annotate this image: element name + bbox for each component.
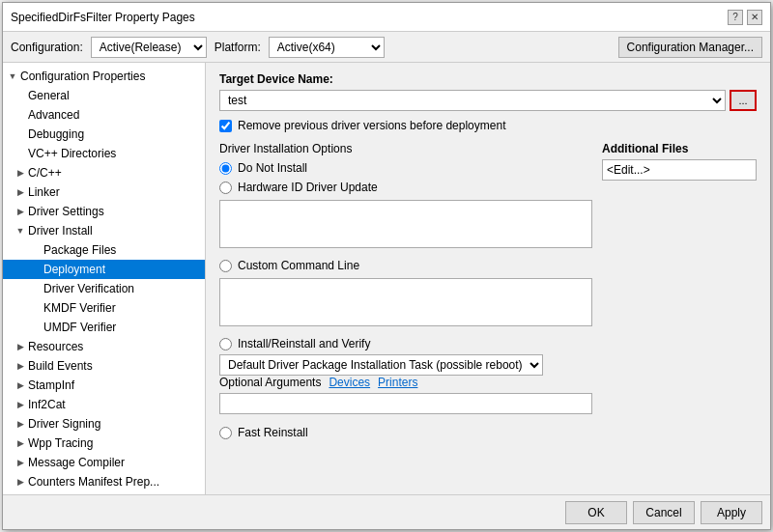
tree-item-stampinf[interactable]: StampInf [3,376,205,395]
tree-item-build-events[interactable]: Build Events [3,356,205,376]
optional-args-row: Optional Arguments Devices Printers [219,376,592,389]
radio-fast-reinstall[interactable] [219,427,232,439]
tree-item-inf2cat[interactable]: Inf2Cat [3,395,205,414]
tree-panel: Configuration Properties General Advance… [3,63,206,494]
do-not-install-label: Do Not Install [238,161,307,175]
custom-cmd-label: Custom Command Line [238,259,359,272]
help-button[interactable]: ? [728,10,743,25]
tree-item-umdf-verifier[interactable]: UMDF Verifier [3,318,205,337]
cancel-button[interactable]: Cancel [633,501,695,524]
remove-drivers-checkbox[interactable] [219,120,232,132]
target-device-select[interactable]: test [219,90,726,111]
tree-item-resources[interactable]: Resources [3,337,205,356]
apply-button[interactable]: Apply [701,501,762,524]
driver-install-options-label: Driver Installation Options [219,142,592,155]
main-area: Configuration Properties General Advance… [3,63,770,494]
config-select[interactable]: Active(Release) [91,37,207,58]
bottom-bar: OK Cancel Apply [3,494,770,529]
platform-select[interactable]: Active(x64) [269,37,385,58]
tree-item-linker[interactable]: Linker [3,182,205,202]
title-bar: SpecifiedDirFsFilter Property Pages ? ✕ [3,3,770,32]
fast-reinstall-row: Fast Reinstall [219,426,592,439]
left-col: Driver Installation Options Do Not Insta… [219,142,592,439]
custom-cmd-textbox[interactable] [219,278,592,326]
expand-build-events-icon [13,361,28,371]
additional-files-label: Additional Files [602,142,757,155]
tree-item-driver-install[interactable]: Driver Install [3,221,205,240]
printers-link[interactable]: Printers [378,376,417,389]
option-install-reinstall: Install/Reinstall and Verify [219,337,592,350]
option-custom-cmd: Custom Command Line [219,259,592,272]
expand-linker-icon [13,187,28,197]
tree-item-advanced[interactable]: Advanced [3,105,205,125]
dialog-title: SpecifiedDirFsFilter Property Pages [11,11,195,24]
tree-item-driver-verification[interactable]: Driver Verification [3,279,205,298]
tree-item-driver-signing[interactable]: Driver Signing [3,414,205,434]
optional-args-input[interactable] [219,393,592,414]
platform-label: Platform: [215,41,261,54]
tree-item-counters-manifest[interactable]: Counters Manifest Prep... [3,472,205,491]
tree-item-config-props[interactable]: Configuration Properties [3,67,205,86]
tree-item-kmdf-verifier[interactable]: KMDF Verifier [3,298,205,318]
option-do-not-install: Do Not Install [219,161,592,175]
target-device-label: Target Device Name: [219,72,757,86]
tree-item-general[interactable]: General [3,86,205,105]
additional-files-placeholder: <Edit...> [607,163,650,177]
dialog: SpecifiedDirFsFilter Property Pages ? ✕ … [2,2,771,530]
expand-inf2cat-icon [13,400,28,409]
expand-driver-signing-icon [13,419,28,429]
close-button[interactable]: ✕ [747,10,762,25]
expand-resources-icon [13,342,28,351]
devices-link[interactable]: Devices [329,376,370,389]
optional-args-label: Optional Arguments [219,376,321,389]
tree-item-cpp[interactable]: C/C++ [3,163,205,182]
radio-hardware-id[interactable] [219,182,232,194]
right-col: Additional Files <Edit...> [602,142,757,439]
tree-item-wpp-tracing[interactable]: Wpp Tracing [3,434,205,453]
toolbar: Configuration: Active(Release) Platform:… [3,32,770,63]
expand-config-props-icon [5,71,20,81]
driver-package-select[interactable]: Default Driver Package Installation Task… [219,354,543,376]
remove-drivers-label: Remove previous driver versions before d… [238,119,505,132]
radio-do-not-install[interactable] [219,162,232,175]
install-reinstall-label: Install/Reinstall and Verify [238,337,370,350]
config-label: Configuration: [11,41,83,54]
remove-drivers-row: Remove previous driver versions before d… [219,119,757,132]
radio-custom-cmd[interactable] [219,260,232,272]
hardware-id-label: Hardware ID Driver Update [238,181,378,194]
config-manager-button[interactable]: Configuration Manager... [618,37,762,58]
expand-wpp-tracing-icon [13,438,28,448]
two-col-layout: Driver Installation Options Do Not Insta… [219,142,757,439]
expand-driver-settings-icon [13,207,28,216]
tree-item-message-compiler[interactable]: Message Compiler [3,453,205,472]
expand-stampinf-icon [13,380,28,390]
tree-item-deployment[interactable]: Deployment [3,260,205,279]
content-panel: Target Device Name: test ... Remove prev… [206,63,770,494]
expand-cpp-icon [13,168,28,178]
expand-counters-manifest-icon [13,477,28,487]
target-device-row: test ... [219,90,757,111]
tree-item-package-files[interactable]: Package Files [3,240,205,260]
additional-files-box[interactable]: <Edit...> [602,159,757,181]
radio-install-reinstall[interactable] [219,338,232,350]
tree-item-driver-settings[interactable]: Driver Settings [3,202,205,221]
browse-button[interactable]: ... [730,90,757,111]
hardware-id-textbox[interactable] [219,200,592,248]
tree-item-vcpp[interactable]: VC++ Directories [3,144,205,163]
title-bar-controls: ? ✕ [728,10,762,25]
expand-message-compiler-icon [13,458,28,467]
expand-driver-install-icon [13,226,28,236]
tree-item-debugging[interactable]: Debugging [3,125,205,144]
ok-button[interactable]: OK [565,501,627,524]
fast-reinstall-label: Fast Reinstall [238,426,308,439]
option-hardware-id: Hardware ID Driver Update [219,181,592,194]
